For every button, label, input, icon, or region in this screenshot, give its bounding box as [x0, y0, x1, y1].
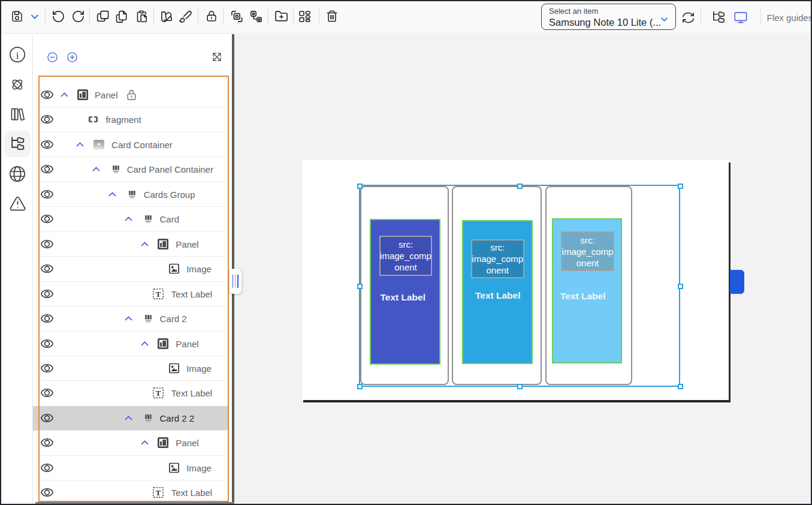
svg-text:i: i — [16, 50, 19, 61]
